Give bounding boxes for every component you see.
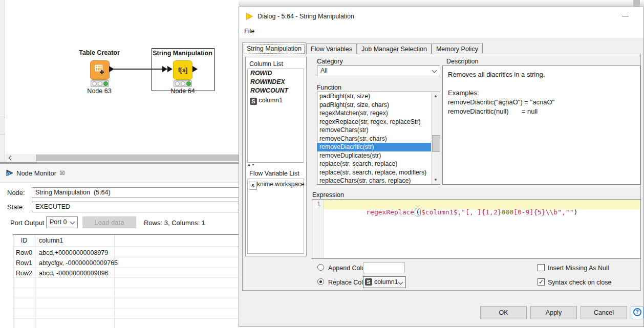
function-item[interactable]: removeChars(str, chars) [317, 135, 440, 143]
function-item[interactable]: replace(str, search, replace) [317, 160, 440, 168]
help-icon: ? [633, 308, 641, 316]
code-token: 000 [502, 208, 513, 216]
scrollbar-thumb[interactable] [432, 135, 440, 152]
expression-editor[interactable]: 1 regexReplace($column1$,"[, ]{1,2}000[0… [312, 199, 641, 259]
syntax-check-checkbox[interactable]: ✓ [538, 278, 545, 286]
column-lists-strip: Column List ROWID ROWINDEX ROWCOUNT S co… [245, 57, 307, 256]
port-output-select[interactable]: Port 0 [46, 216, 78, 228]
column-list[interactable]: ROWID ROWINDEX ROWCOUNT S column1 [247, 69, 304, 163]
row-variable-item[interactable]: ROWID [248, 69, 304, 78]
syntax-check-label: Syntax check on close [548, 279, 611, 286]
dialog-window: Dialog - 5:64 - String Manipulation File… [239, 7, 644, 327]
help-button[interactable]: ? [631, 306, 643, 319]
code-token: "" [566, 208, 574, 216]
row-variable-item[interactable]: ROWINDEX [248, 78, 304, 86]
function-list[interactable]: padRight(str, size) padRight(str, size, … [317, 92, 440, 185]
column-item-name: column1 [259, 97, 282, 104]
minimize-button[interactable] [618, 9, 632, 23]
append-column-field[interactable] [363, 263, 405, 273]
cancel-button[interactable]: Cancel [581, 306, 627, 319]
node-status-traffic-light [91, 80, 109, 87]
append-column-radio[interactable] [317, 264, 324, 271]
row-value-cell: abtycfgv, -00000000009765 [39, 258, 118, 268]
scroll-down-icon[interactable]: ▼ [432, 176, 440, 184]
state-field[interactable]: EXECUTED [32, 202, 240, 212]
ok-button[interactable]: OK [480, 306, 527, 319]
dialog-titlebar: Dialog - 5:64 - String Manipulation [239, 7, 643, 26]
flow-variable-list[interactable]: sknime.workspace [247, 179, 304, 254]
column-list-label: Column List [249, 60, 283, 68]
description-box: Removes all diacritics in a string. Exam… [442, 65, 640, 185]
category-select[interactable]: All [317, 65, 440, 76]
table-creator-icon [94, 63, 106, 77]
function-item[interactable]: replace(str, search, replace, modifiers) [317, 168, 440, 177]
function-list-scrollbar[interactable]: ▲ ▼ [431, 92, 440, 184]
knime-screen: Table Creator Node 63 String Mani [0, 0, 644, 328]
flow-variable-icon: s [249, 182, 257, 190]
editor-gutter: 1 [312, 200, 324, 258]
row-id-cell: Row0 [13, 248, 35, 258]
code-token: regexReplace [366, 208, 414, 216]
chevron-down-icon [398, 280, 403, 285]
description-text: Removes all diacritics in a string. [448, 70, 635, 79]
description-example: removeDiacritic(null) = null [448, 107, 635, 116]
description-examples-heading: Examples: [448, 89, 635, 98]
function-item[interactable]: padRight(str, size, chars) [317, 101, 440, 110]
replace-column-select[interactable]: S column1 [363, 276, 406, 288]
function-item[interactable]: padRight(str, size) [317, 92, 440, 101]
scroll-left-icon[interactable] [9, 156, 14, 161]
string-type-icon: S [365, 278, 372, 286]
table-row[interactable]: Row0 abcd,+00000000008979 [13, 248, 239, 258]
function-item[interactable]: removeChars(str) [317, 126, 440, 135]
node-field[interactable]: String Manipulation (5:64) [32, 187, 240, 198]
replace-column-radio[interactable] [317, 278, 324, 285]
function-item[interactable]: replaceChars(str, chars, replace) [317, 177, 440, 185]
splitter-arrows-icon[interactable]: ▲▼ [247, 163, 255, 166]
flow-variable-item[interactable]: sknime.workspace [248, 179, 304, 190]
table-dimensions-label: Rows: 3, Columns: 1 [144, 219, 205, 227]
function-item-selected[interactable]: removeDiacritic(str) [317, 143, 432, 151]
hscrollbar-thumb[interactable] [36, 155, 239, 161]
code-token: $column1$ [421, 208, 457, 216]
load-data-button[interactable]: Load data [82, 216, 136, 228]
category-value: All [320, 67, 328, 74]
menu-file[interactable]: File [244, 28, 254, 35]
table-row[interactable]: Row1 abtycfgv, -00000000009765 [13, 258, 239, 268]
flow-variable-name: knime.workspace [257, 181, 305, 188]
insert-missing-checkbox[interactable] [538, 264, 545, 271]
canvas-hscrollbar[interactable] [5, 154, 239, 162]
tab-job-manager-selection[interactable]: Job Manager Selection [357, 43, 432, 55]
apply-button[interactable]: Apply [530, 306, 577, 319]
column-item[interactable]: S column1 [248, 95, 304, 105]
output-table[interactable]: ID column1 Row0 abcd,+00000000008979 Row… [13, 234, 239, 328]
code-token: , [562, 208, 566, 216]
chevron-down-icon [70, 220, 75, 225]
table-row[interactable]: Row2 abcd, -00000000009896 [13, 268, 239, 278]
scroll-up-icon[interactable]: ▲ [432, 92, 440, 100]
tab-content-panel: Column List ROWID ROWINDEX ROWCOUNT S co… [242, 54, 641, 291]
node-status-traffic-light [174, 80, 192, 87]
row-id-cell: Row2 [13, 268, 35, 278]
node-caption-string-manipulation[interactable]: Node 64 [160, 88, 205, 95]
port-output-value: Port 0 [50, 218, 67, 226]
node-string-manipulation[interactable]: f[s] [173, 60, 192, 80]
node-caption-table-creator[interactable]: Node 63 [77, 88, 122, 95]
expression-code-line[interactable]: regexReplace($column1$,"[, ]{1,2}000[0-9… [326, 201, 577, 224]
tab-memory-policy[interactable]: Memory Policy [432, 43, 483, 55]
function-item[interactable]: removeDuplicates(str) [317, 151, 440, 160]
node-table-creator[interactable] [90, 60, 110, 80]
output-port-string-manipulation [192, 66, 198, 72]
tab-string-manipulation[interactable]: String Manipulation [242, 42, 306, 55]
node-monitor-panel: Node Monitor ⊠ Node: String Manipulation… [0, 164, 239, 328]
function-item[interactable]: regexMatcher(str, regex) [317, 109, 440, 118]
row-variable-item[interactable]: ROWCOUNT [248, 86, 304, 95]
port-output-label: Port Output [10, 219, 44, 227]
column-header-column1[interactable]: column1 [39, 237, 63, 244]
knime-dialog-icon [245, 12, 253, 22]
function-item[interactable]: regexReplace(str, regex, replaceStr) [317, 118, 440, 126]
dialog-title: Dialog - 5:64 - String Manipulation [257, 13, 354, 20]
column-header-id[interactable]: ID [13, 237, 35, 244]
tab-flow-variables[interactable]: Flow Variables [306, 43, 357, 55]
node-monitor-tab[interactable]: Node Monitor [16, 169, 56, 177]
tab-close-icon[interactable]: ⊠ [59, 169, 65, 177]
